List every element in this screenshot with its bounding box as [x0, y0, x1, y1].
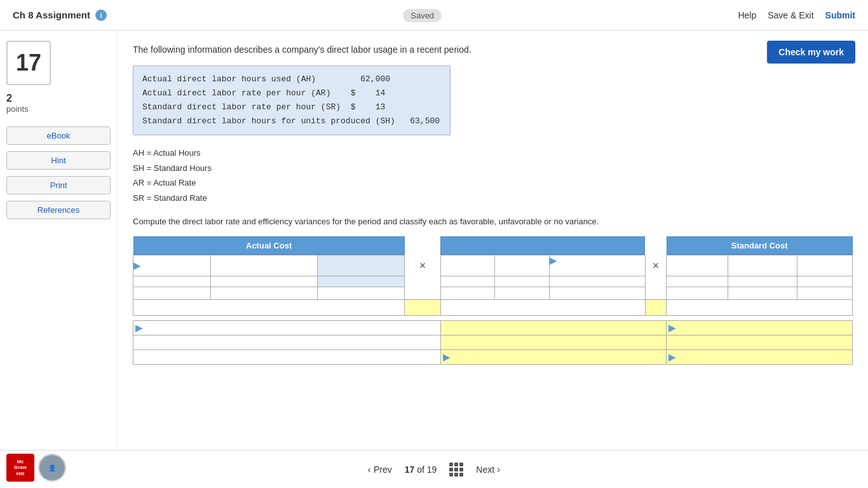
actual-col3-r2[interactable]	[318, 278, 404, 287]
std-col2-r2[interactable]	[728, 278, 797, 287]
var-label-1[interactable]	[145, 324, 438, 333]
next-arrow-icon: ›	[497, 464, 500, 475]
actual-col3-r1[interactable]	[318, 262, 404, 271]
prev-button[interactable]: ‹ Prev	[368, 464, 392, 475]
saved-badge: Saved	[403, 9, 442, 22]
var-value-2[interactable]	[443, 339, 665, 348]
yellow-cell-1	[405, 300, 440, 316]
prev-label: Prev	[374, 464, 392, 475]
variance-row-2	[133, 336, 853, 350]
legend-ah: AH = Actual Hours	[133, 146, 853, 160]
spacer-row	[133, 316, 853, 321]
mid-col3-r1[interactable]	[550, 267, 645, 276]
saved-status: Saved	[403, 10, 442, 20]
arrow-icon-2: ▶	[550, 255, 557, 266]
references-button[interactable]: References	[6, 201, 111, 219]
bottom-nav: ‹ Prev 17 of 19 Next ›	[0, 450, 868, 488]
mcgraw-text: McGrawHill	[14, 459, 27, 477]
actual-col3-r3[interactable]	[318, 290, 404, 299]
arrow-icon-4: ▶	[668, 323, 675, 333]
compute-text: Compute the direct labor rate and effici…	[133, 215, 853, 228]
mid-col2-r3[interactable]	[495, 290, 549, 299]
avatar-initials: 👤	[48, 464, 56, 471]
assignment-title: Ch 8 Assignment	[13, 10, 90, 20]
ebook-button[interactable]: eBook	[6, 126, 111, 145]
save-exit-link[interactable]: Save & Exit	[768, 10, 813, 20]
standard-cost-header: Standard Cost	[667, 236, 853, 255]
prev-arrow-icon: ‹	[368, 464, 371, 475]
sidebar: 17 2 points eBook Hint Print References	[0, 30, 118, 450]
var-label-2[interactable]	[135, 339, 438, 348]
topbar-left: Ch 8 Assignment i	[13, 10, 107, 21]
actual-cost-header: Actual Cost	[133, 236, 405, 255]
std-col2-r1[interactable]	[728, 262, 797, 271]
print-button[interactable]: Print	[6, 176, 111, 194]
std-col3-r2[interactable]	[797, 278, 852, 287]
actual-col2-r1[interactable]	[211, 262, 317, 271]
arrow-icon-3: ▶	[135, 323, 142, 333]
current-page: 17	[405, 464, 415, 475]
actual-col2-r2[interactable]	[211, 278, 317, 287]
var-value-1[interactable]	[443, 324, 665, 333]
actual-col1-r3[interactable]	[133, 290, 210, 299]
mid-col1-r3[interactable]	[441, 290, 495, 299]
content-area: Check my work The following information …	[118, 30, 868, 450]
mid-col3-r2[interactable]	[550, 278, 645, 287]
var-label-3[interactable]	[135, 353, 438, 362]
mid-col2-r1[interactable]	[495, 262, 549, 271]
arrow-icon-5: ▶	[443, 352, 450, 362]
page-info: 17 of 19	[405, 464, 437, 475]
table-row: ▶ × ▶ ×	[133, 255, 853, 276]
mcgraw-hill-logo: McGrawHill	[6, 454, 34, 482]
avatar-placeholder: 👤	[39, 455, 65, 480]
mid-col1-r2[interactable]	[441, 278, 495, 287]
mid-subtotal[interactable]	[444, 304, 642, 313]
variance-row-1: ▶ ▶	[133, 321, 853, 336]
arrow-icon-1: ▶	[133, 261, 140, 271]
subtotal-row	[133, 300, 853, 316]
table-row	[133, 276, 853, 287]
info-icon[interactable]: i	[95, 10, 107, 21]
total-pages: 19	[427, 464, 437, 475]
table-row	[133, 287, 853, 300]
var-classify-1[interactable]	[678, 324, 850, 333]
mid-col2-r2[interactable]	[495, 278, 549, 287]
main-layout: 17 2 points eBook Hint Print References …	[0, 30, 868, 450]
question-number-box: 17	[6, 41, 51, 85]
submit-button[interactable]: Submit	[825, 10, 855, 20]
actual-col1-r1[interactable]	[140, 262, 207, 271]
std-col1-r1[interactable]	[667, 262, 728, 271]
variance-main-table: Actual Cost Standard Cost ▶	[133, 236, 853, 365]
points-value: 2	[6, 93, 111, 104]
data-info-table: Actual direct labor hours used (AH) 62,0…	[133, 65, 451, 135]
std-subtotal[interactable]	[669, 304, 850, 313]
check-my-work-button[interactable]: Check my work	[767, 41, 855, 64]
legend-ar: AR = Actual Rate	[133, 175, 853, 190]
std-col1-r2[interactable]	[667, 278, 728, 287]
actual-subtotal[interactable]	[136, 304, 402, 313]
question-text: The following information describes a co…	[133, 43, 751, 57]
var-value-3[interactable]	[452, 353, 663, 362]
legend-sr: SR = Standard Rate	[133, 191, 853, 205]
std-col3-r1[interactable]	[797, 262, 852, 271]
variance-row-3: ▶ ▶	[133, 350, 853, 365]
var-classify-2[interactable]	[668, 339, 850, 348]
var-classify-3[interactable]	[678, 353, 850, 362]
actual-col1-r2[interactable]	[133, 278, 210, 287]
hint-button[interactable]: Hint	[6, 151, 111, 170]
user-avatar: 👤	[38, 454, 66, 482]
actual-col2-r3[interactable]	[211, 290, 317, 299]
data-info-pre: Actual direct labor hours used (AH) 62,0…	[142, 72, 441, 128]
arrow-icon-6: ▶	[668, 352, 675, 362]
help-link[interactable]: Help	[738, 10, 756, 20]
legend-sh: SH = Standard Hours	[133, 161, 853, 175]
next-button[interactable]: Next ›	[476, 464, 500, 475]
mult-sign-1: ×	[405, 255, 440, 276]
grid-view-icon[interactable]	[449, 463, 463, 477]
topbar: Ch 8 Assignment i Saved Help Save & Exit…	[0, 0, 868, 30]
points-text: points	[6, 104, 29, 114]
mid-col1-r1[interactable]	[441, 262, 495, 271]
legend: AH = Actual Hours SH = Standard Hours AR…	[133, 146, 853, 205]
mid-col3-r3[interactable]	[550, 290, 645, 299]
points-label: 2 points	[6, 93, 111, 114]
